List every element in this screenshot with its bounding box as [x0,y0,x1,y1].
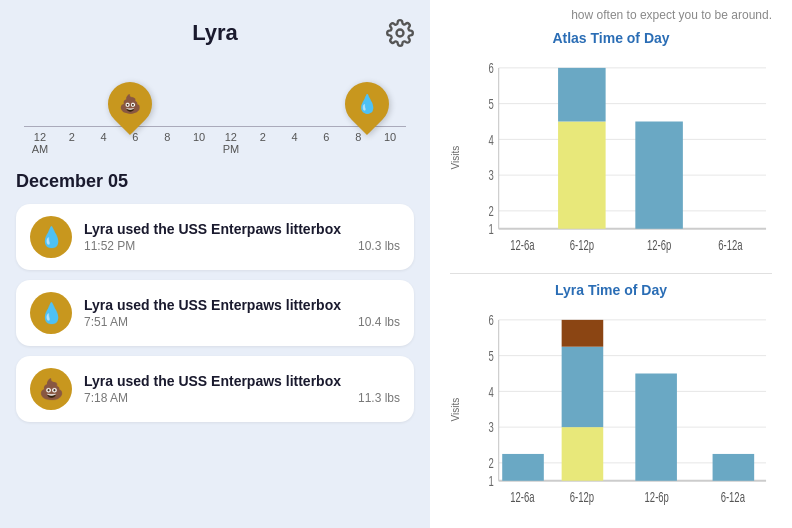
svg-text:6: 6 [489,312,494,328]
svg-text:2: 2 [489,455,494,471]
svg-text:4: 4 [489,132,494,148]
timeline: 💩 💧 12AM 2 4 6 8 10 12PM 2 4 6 [16,62,414,155]
atlas-bar-blue-2 [558,68,606,122]
axis-label-10pm: 10 [374,131,406,143]
svg-text:6-12p: 6-12p [570,489,594,505]
axis-label-8pm: 8 [342,131,374,143]
svg-text:12-6a: 12-6a [510,237,534,253]
svg-text:6-12a: 6-12a [718,237,742,253]
svg-text:4: 4 [489,383,494,399]
poop-pin-icon: 💩 [99,73,161,135]
event-time-1: 11:52 PM [84,239,135,253]
event-card-2: 💧 Lyra used the USS Enterpaws litterbox … [16,280,414,346]
svg-text:12-6p: 12-6p [645,489,669,505]
svg-text:12-6p: 12-6p [647,237,671,253]
svg-text:12-6a: 12-6a [510,489,534,505]
svg-text:3: 3 [489,419,494,435]
axis-label-2pm: 2 [247,131,279,143]
event-card-3: 💩 Lyra used the USS Enterpaws litterbox … [16,356,414,422]
axis-label-8: 8 [151,131,183,143]
chart-divider [450,273,772,274]
lyra-bar-yellow-2 [562,427,604,481]
axis-label-4pm: 4 [279,131,311,143]
atlas-bar-yellow-2 [558,122,606,229]
intro-text: how often to expect you to be around. [450,8,772,22]
svg-text:1: 1 [489,221,494,237]
svg-text:5: 5 [489,348,494,364]
event-title-2: Lyra used the USS Enterpaws litterbox [84,297,400,313]
lyra-bar-blue-2 [562,346,604,426]
svg-text:6-12a: 6-12a [721,489,745,505]
events-list: 💧 Lyra used the USS Enterpaws litterbox … [16,204,414,422]
lyra-y-label: Visits [450,302,461,517]
axis-label-4: 4 [88,131,120,143]
event-meta-2: 7:51 AM 10.4 lbs [84,315,400,329]
lyra-bar-blue-4 [713,453,755,480]
lyra-bar-brown-2 [562,319,604,346]
svg-text:6-12p: 6-12p [570,237,594,253]
gear-icon[interactable] [386,19,414,47]
page-title: Lyra [192,20,238,46]
poop-icon-3: 💩 [39,377,64,401]
svg-text:3: 3 [489,168,494,184]
header: Lyra [16,16,414,50]
event-card-1: 💧 Lyra used the USS Enterpaws litterbox … [16,204,414,270]
event-weight-2: 10.4 lbs [358,315,400,329]
atlas-chart-title: Atlas Time of Day [450,30,772,46]
atlas-chart-section: Atlas Time of Day Visits 6 [450,30,772,265]
event-icon-2: 💧 [30,292,72,334]
event-weight-3: 11.3 lbs [358,391,400,405]
timeline-axis: 12AM 2 4 6 8 10 12PM 2 4 6 8 10 [24,126,406,155]
event-details-2: Lyra used the USS Enterpaws litterbox 7:… [84,297,400,329]
event-meta-1: 11:52 PM 10.3 lbs [84,239,400,253]
svg-text:1: 1 [489,473,494,489]
atlas-y-label: Visits [450,50,461,265]
svg-text:6: 6 [489,60,494,76]
event-title-1: Lyra used the USS Enterpaws litterbox [84,221,400,237]
axis-label-10: 10 [183,131,215,143]
lyra-bar-blue-3 [635,373,677,480]
lyra-chart-section: Lyra Time of Day Visits 6 [450,282,772,517]
axis-label-12am: 12AM [24,131,56,155]
lyra-chart-svg: 6 5 4 3 2 1 [463,302,772,517]
event-weight-1: 10.3 lbs [358,239,400,253]
timeline-pins: 💩 💧 [24,62,406,126]
event-details-3: Lyra used the USS Enterpaws litterbox 7:… [84,373,400,405]
poop-pin: 💩 [108,82,152,126]
event-icon-3: 💩 [30,368,72,410]
lyra-chart-title: Lyra Time of Day [450,282,772,298]
axis-label-6: 6 [119,131,151,143]
event-time-3: 7:18 AM [84,391,128,405]
left-panel: Lyra 💩 💧 12AM 2 4 [0,0,430,528]
right-panel: how often to expect you to be around. At… [430,0,792,528]
drop-icon: 💧 [356,93,378,115]
event-title-3: Lyra used the USS Enterpaws litterbox [84,373,400,389]
axis-label-2: 2 [56,131,88,143]
svg-text:5: 5 [489,96,494,112]
svg-text:2: 2 [489,203,494,219]
event-time-2: 7:51 AM [84,315,128,329]
drop-icon-2: 💧 [39,301,64,325]
event-icon-1: 💧 [30,216,72,258]
axis-label-6pm: 6 [310,131,342,143]
svg-point-0 [397,30,404,37]
event-meta-3: 7:18 AM 11.3 lbs [84,391,400,405]
date-heading: December 05 [16,171,414,192]
drop-icon-1: 💧 [39,225,64,249]
atlas-bar-blue-3 [635,122,683,229]
poop-icon: 💩 [119,93,141,115]
event-details-1: Lyra used the USS Enterpaws litterbox 11… [84,221,400,253]
atlas-chart-svg: 6 5 4 3 2 1 [463,50,772,265]
axis-label-12pm: 12PM [215,131,247,155]
drop-pin-icon: 💧 [336,73,398,135]
drop-pin: 💧 [345,82,389,126]
lyra-bar-blue-1 [502,453,544,480]
